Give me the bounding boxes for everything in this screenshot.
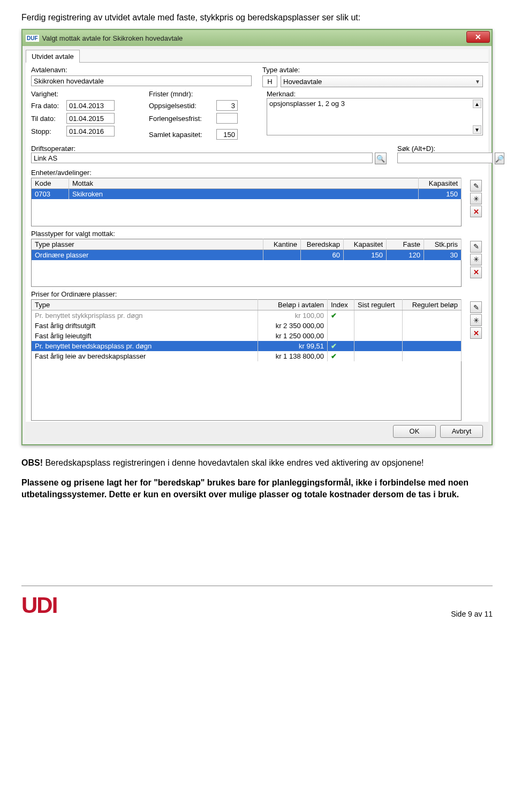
label-type-avtale: Type avtale: bbox=[262, 66, 483, 74]
edit-button[interactable]: ✎ bbox=[470, 241, 482, 253]
cell-sist bbox=[354, 351, 403, 361]
delete-button[interactable]: ✕ bbox=[470, 267, 482, 278]
th-beredskap[interactable]: Beredskap bbox=[301, 239, 344, 249]
cell-type: Fast årlig leie av beredskapsplasser bbox=[32, 351, 258, 361]
label-avtalenavn: Avtalenavn: bbox=[31, 66, 252, 74]
cell-sist bbox=[354, 341, 403, 351]
table-row[interactable]: Fast årlig leieutgift kr 1 250 000,00 bbox=[32, 331, 462, 341]
forlengelsesfrist-input[interactable] bbox=[216, 113, 238, 124]
sok-button[interactable]: 🔎 bbox=[495, 153, 504, 164]
merknad-textarea[interactable]: opsjonsplasser 1, 2 og 3 ▲ ▼ bbox=[267, 98, 483, 135]
titlebar: DUF Valgt mottak avtale for Skikroken ho… bbox=[22, 30, 492, 46]
th-index[interactable]: Index bbox=[328, 300, 354, 310]
asterisk-icon: ✳ bbox=[473, 255, 479, 263]
page-number: Side 9 av 11 bbox=[451, 610, 493, 618]
stopp-input[interactable] bbox=[66, 126, 115, 136]
th-kantine[interactable]: Kantine bbox=[263, 239, 301, 249]
delete-button[interactable]: ✕ bbox=[470, 327, 482, 339]
cell-kapasitet: 150 bbox=[344, 249, 387, 260]
label-plasstyper: Plasstyper for valgt mottak: bbox=[26, 227, 488, 238]
avbryt-button[interactable]: Avbryt bbox=[440, 425, 483, 438]
th-type[interactable]: Type bbox=[32, 300, 258, 310]
table-row[interactable]: Pr. benyttet stykkprisplass pr. døgn kr … bbox=[32, 310, 462, 321]
cell-belop: kr 2 350 000,00 bbox=[258, 321, 328, 331]
th-kapasitet[interactable]: Kapasitet bbox=[419, 178, 462, 189]
th-type-plasser[interactable]: Type plasser bbox=[32, 239, 263, 249]
th-mottak[interactable]: Mottak bbox=[69, 178, 419, 189]
table-row[interactable]: Fast årlig driftsutgift kr 2 350 000,00 bbox=[32, 321, 462, 331]
cell-index: ✔ bbox=[328, 341, 354, 351]
label-stopp: Stopp: bbox=[31, 127, 63, 135]
til-dato-input[interactable] bbox=[66, 113, 115, 124]
obs-label: OBS! bbox=[21, 458, 43, 467]
label-priser: Priser for Ordinære plasser: bbox=[26, 288, 488, 298]
cell-regulert bbox=[403, 341, 462, 351]
close-button[interactable]: ✕ bbox=[466, 31, 490, 43]
cell-type: Pr. benyttet stykkprisplass pr. døgn bbox=[32, 310, 258, 321]
label-driftsoperator: Driftsoperatør: bbox=[31, 145, 75, 153]
samlet-kapasitet-input[interactable] bbox=[216, 129, 238, 140]
check-icon: ✔ bbox=[331, 352, 337, 360]
asterisk-icon: ✳ bbox=[473, 316, 479, 324]
type-avtale-value: Hovedavtale bbox=[283, 78, 322, 86]
delete-button[interactable]: ✕ bbox=[470, 206, 482, 217]
window-title: Valgt mottak avtale for Skikroken hoveda… bbox=[42, 34, 183, 42]
cell-regulert bbox=[403, 310, 462, 321]
avtalenavn-input[interactable] bbox=[31, 75, 252, 86]
cell-regulert bbox=[403, 321, 462, 331]
sok-input[interactable] bbox=[397, 153, 493, 163]
label-frister: Frister (mndr): bbox=[149, 90, 193, 98]
pencil-icon: ✎ bbox=[473, 303, 479, 312]
pencil-icon: ✎ bbox=[473, 242, 479, 251]
cell-sist bbox=[354, 310, 403, 321]
cell-kapasitet: 150 bbox=[419, 189, 462, 200]
th-regulert[interactable]: Regulert beløp bbox=[403, 300, 462, 310]
scroll-down-icon[interactable]: ▼ bbox=[473, 125, 481, 134]
cell-type: Fast årlig driftsutgift bbox=[32, 321, 258, 331]
driftsoperator-input[interactable] bbox=[31, 153, 373, 163]
label-merknad: Merknad: bbox=[267, 90, 296, 98]
add-button[interactable]: ✳ bbox=[470, 193, 482, 204]
chevron-down-icon: ▼ bbox=[475, 79, 480, 85]
th-faste[interactable]: Faste bbox=[387, 239, 424, 249]
app-icon: DUF bbox=[26, 35, 39, 42]
label-fra-dato: Fra dato: bbox=[31, 102, 63, 110]
label-forlengelsesfrist: Forlengelsesfrist: bbox=[149, 115, 213, 123]
th-belop[interactable]: Beløp i avtalen bbox=[258, 300, 328, 310]
cell-index bbox=[328, 321, 354, 331]
th-kapasitet2[interactable]: Kapasitet bbox=[344, 239, 387, 249]
cell-regulert bbox=[403, 351, 462, 361]
check-icon: ✔ bbox=[331, 312, 337, 320]
table-row[interactable]: Pr. benyttet beredskapsplass pr. døgn kr… bbox=[32, 341, 462, 351]
cell-index bbox=[328, 331, 354, 341]
fra-dato-input[interactable] bbox=[66, 100, 115, 111]
edit-button[interactable]: ✎ bbox=[470, 301, 482, 313]
table-row[interactable]: Fast årlig leie av beredskapsplasser kr … bbox=[32, 351, 462, 361]
cell-faste: 120 bbox=[387, 249, 424, 260]
cell-belop: kr 100,00 bbox=[258, 310, 328, 321]
edit-button[interactable]: ✎ bbox=[470, 180, 482, 192]
cell-regulert bbox=[403, 331, 462, 341]
cell-mottak: Skikroken bbox=[69, 189, 419, 200]
add-button[interactable]: ✳ bbox=[470, 314, 482, 326]
table-row[interactable]: 0703 Skikroken 150 bbox=[32, 189, 462, 200]
check-icon: ✔ bbox=[331, 342, 337, 350]
th-kode[interactable]: Kode bbox=[32, 178, 69, 189]
th-sist[interactable]: Sist regulert bbox=[354, 300, 403, 310]
cell-stkpris: 30 bbox=[424, 249, 462, 260]
add-button[interactable]: ✳ bbox=[470, 254, 482, 265]
udi-logo: UDI bbox=[21, 593, 57, 618]
cell-belop: kr 99,51 bbox=[258, 341, 328, 351]
scroll-up-icon[interactable]: ▲ bbox=[473, 100, 481, 108]
type-avtale-dropdown[interactable]: Hovedavtale ▼ bbox=[281, 75, 483, 87]
search-icon: 🔍 bbox=[376, 155, 385, 163]
table-row[interactable]: Ordinære plasser 60 150 120 30 bbox=[32, 249, 462, 260]
tab-utvidet-avtale[interactable]: Utvidet avtale bbox=[26, 50, 80, 63]
binoculars-icon: 🔎 bbox=[495, 155, 504, 163]
oppsigelsestid-input[interactable] bbox=[216, 100, 238, 111]
driftsoperator-search-button[interactable]: 🔍 bbox=[375, 153, 387, 164]
tab-strip: Utvidet avtale bbox=[26, 49, 488, 63]
th-stkpris[interactable]: Stk.pris bbox=[424, 239, 462, 249]
label-til-dato: Til dato: bbox=[31, 115, 63, 123]
ok-button[interactable]: OK bbox=[393, 425, 436, 438]
